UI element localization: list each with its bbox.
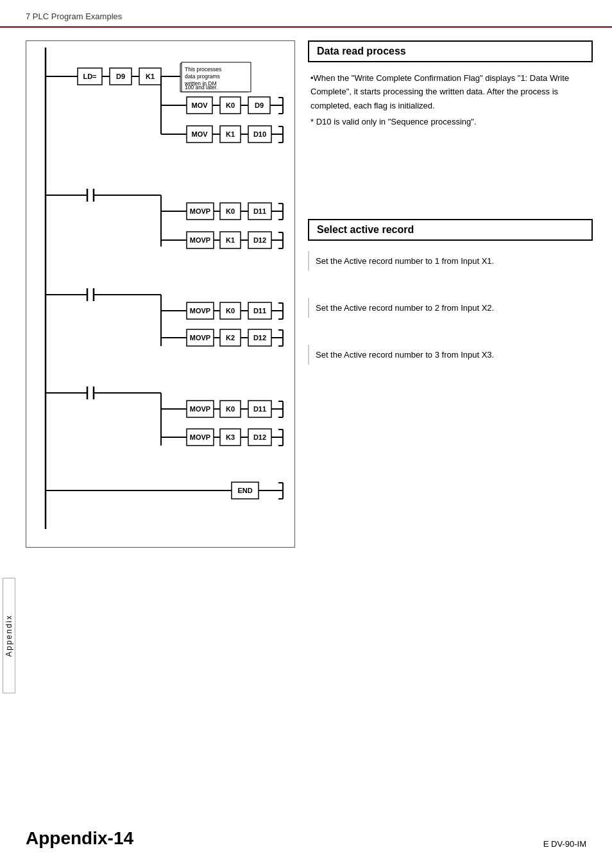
svg-text:D11: D11 bbox=[253, 207, 266, 215]
svg-text:K3: K3 bbox=[226, 433, 235, 441]
breadcrumb: 7 PLC Program Examples bbox=[26, 12, 122, 21]
svg-text:K1: K1 bbox=[226, 236, 235, 244]
svg-text:D9: D9 bbox=[116, 73, 125, 80]
svg-text:D11: D11 bbox=[253, 405, 266, 413]
select-item-1: Set the Active record number to 1 from I… bbox=[308, 251, 593, 271]
svg-text:D12: D12 bbox=[253, 433, 266, 441]
svg-text:END: END bbox=[237, 487, 252, 494]
svg-text:MOV: MOV bbox=[191, 101, 208, 109]
svg-text:LD=: LD= bbox=[83, 73, 96, 80]
svg-text:MOV: MOV bbox=[191, 130, 208, 138]
select-active-header: Select active record bbox=[308, 219, 593, 241]
sidebar-text: Appendix bbox=[4, 614, 13, 657]
svg-text:K0: K0 bbox=[226, 307, 235, 315]
page-number: Appendix-14 bbox=[26, 828, 133, 849]
select-item-2: Set the Active record number to 2 from I… bbox=[308, 298, 593, 318]
svg-text:K1: K1 bbox=[146, 73, 155, 80]
svg-text:D12: D12 bbox=[253, 236, 266, 244]
main-content: LD= D9 K1 This processes data programs w… bbox=[0, 28, 612, 562]
svg-text:D9: D9 bbox=[255, 101, 264, 109]
svg-text:MOVP: MOVP bbox=[190, 236, 210, 244]
svg-text:K0: K0 bbox=[226, 101, 235, 109]
svg-text:K2: K2 bbox=[226, 334, 235, 342]
data-read-desc: •When the "Write Complete Confirmation F… bbox=[308, 71, 593, 129]
ladder-svg: LD= D9 K1 This processes data programs w… bbox=[26, 40, 295, 548]
svg-text:K0: K0 bbox=[226, 405, 235, 413]
svg-text:K1: K1 bbox=[226, 130, 235, 138]
svg-text:D12: D12 bbox=[253, 334, 266, 342]
doc-id: E DV-90-IM bbox=[543, 839, 586, 849]
svg-text:MOVP: MOVP bbox=[190, 433, 210, 441]
page-footer: Appendix-14 E DV-90-IM bbox=[0, 828, 612, 849]
select-active-section: Select active record Set the Active reco… bbox=[308, 219, 593, 365]
svg-text:MOVP: MOVP bbox=[190, 207, 210, 215]
svg-text:D10: D10 bbox=[253, 130, 266, 138]
data-read-section: Data read process •When the "Write Compl… bbox=[308, 40, 593, 129]
description-panel: Data read process •When the "Write Compl… bbox=[308, 40, 593, 550]
svg-text:D11: D11 bbox=[253, 307, 266, 315]
sidebar-appendix: Appendix bbox=[3, 578, 15, 693]
select-item-3: Set the Active record number to 3 from I… bbox=[308, 345, 593, 365]
svg-text:data programs: data programs bbox=[185, 73, 220, 80]
ladder-diagram-container: LD= D9 K1 This processes data programs w… bbox=[26, 40, 295, 550]
svg-text:100 and later.: 100 and later. bbox=[185, 84, 218, 91]
svg-text:MOVP: MOVP bbox=[190, 334, 210, 342]
svg-text:This processes: This processes bbox=[185, 66, 221, 73]
svg-text:K0: K0 bbox=[226, 207, 235, 215]
data-read-header: Data read process bbox=[308, 40, 593, 62]
svg-text:MOVP: MOVP bbox=[190, 405, 210, 413]
page-header: 7 PLC Program Examples bbox=[0, 0, 612, 28]
svg-text:MOVP: MOVP bbox=[190, 307, 210, 315]
